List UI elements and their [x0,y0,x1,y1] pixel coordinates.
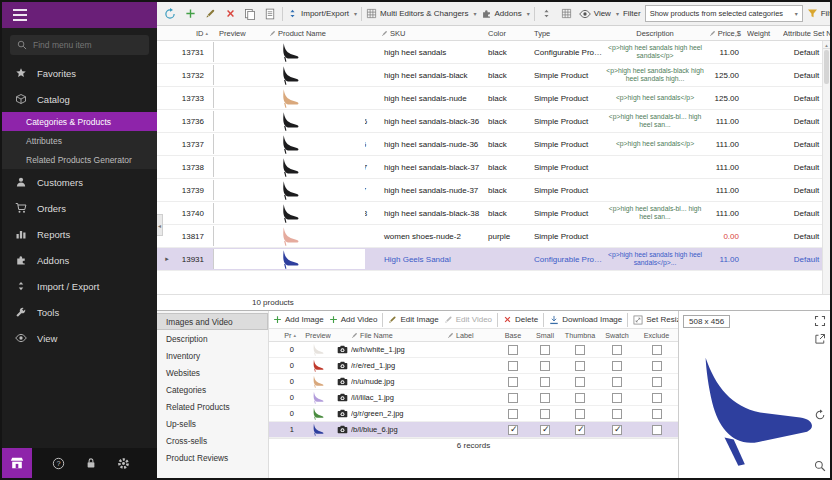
exclude-checkbox[interactable] [652,409,662,419]
small-checkbox[interactable] [540,361,550,371]
product-row[interactable]: 13737 high heel sandals-nude-36 high hee… [157,133,830,156]
settings-button[interactable] [117,457,130,470]
addons-menu[interactable]: Addons▾ [481,8,530,19]
filters-button[interactable]: Filters▾ [807,8,830,19]
base-checkbox[interactable] [508,377,518,387]
edit-product-button[interactable] [202,6,218,22]
thumbnail-checkbox[interactable] [575,345,585,355]
category-filter-select[interactable]: Show products from selected categories▾ [645,5,803,22]
menu-search-input[interactable] [33,40,133,50]
sidebar-item-view[interactable]: View [2,325,157,351]
image-row[interactable]: 1 /b/l/blue_6.jpg [269,422,678,438]
delete-image-button[interactable]: Delete [503,315,538,324]
image-row[interactable]: 0 /w/h/white_1.jpg [269,342,678,358]
column-header-small[interactable]: Small [529,331,561,340]
swatch-checkbox[interactable] [612,361,622,371]
product-row[interactable]: 13739 high heel sandals-nude-37 high hee… [157,179,830,202]
swatch-checkbox[interactable] [612,377,622,387]
column-header-price[interactable]: Price,$ [705,29,747,38]
base-checkbox[interactable] [508,345,518,355]
column-header-base[interactable]: Base [497,331,529,340]
refresh-button[interactable] [162,6,178,22]
column-header-weight[interactable]: Weight [747,29,783,38]
view-menu[interactable]: View▾ [579,8,619,20]
image-row[interactable]: 0 /g/r/green_2.jpg [269,406,678,422]
edit-video-button[interactable]: Edit Video [444,315,492,324]
thumbnail-checkbox[interactable] [575,393,585,403]
column-header-position[interactable]: Pr▴ [281,331,299,340]
exclude-checkbox[interactable] [652,345,662,355]
small-checkbox[interactable] [540,425,550,435]
column-header-file-name[interactable]: File Name [351,331,447,340]
thumbnail-checkbox[interactable] [575,361,585,371]
import-export-menu[interactable]: Import/Export▾ [287,8,357,19]
small-checkbox[interactable] [540,409,550,419]
image-row[interactable]: 0 /l/i/lilac_1.jpg [269,390,678,406]
tab-websites[interactable]: Websites [157,364,268,381]
swatch-checkbox[interactable] [612,345,622,355]
copy-button[interactable] [242,6,258,22]
sidebar-item-orders[interactable]: Orders [2,195,157,221]
panel-collapse-handle[interactable]: ◂ [157,214,163,236]
tab-cross-sells[interactable]: Cross-sells [157,432,268,449]
thumbnail-checkbox[interactable] [575,377,585,387]
product-row[interactable]: 13732 high heel sandals-black high heel … [157,64,830,87]
tab-categories[interactable]: Categories [157,381,268,398]
sidebar-subitem-categories-products[interactable]: Categories & Products [2,112,157,131]
tab-images-and-video[interactable]: Images and Video [157,313,268,330]
add-video-button[interactable]: Add Video [329,315,378,324]
exclude-checkbox[interactable] [652,377,662,387]
column-settings-button[interactable] [559,6,575,22]
column-header-type[interactable]: Type [531,29,605,38]
column-header-description[interactable]: Description [605,29,705,38]
column-header-product-name[interactable]: Product Name [269,29,381,38]
product-row[interactable]: 13731 high heel sandals high heel sandal… [157,41,830,64]
thumbnail-checkbox[interactable] [575,425,585,435]
tab-description[interactable]: Description [157,330,268,347]
column-header-image-preview[interactable]: Preview [299,331,337,340]
base-checkbox[interactable] [508,361,518,371]
sidebar-item-favorites[interactable]: Favorites [2,60,157,86]
column-header-swatch[interactable]: Swatch [599,331,635,340]
grid-scrollbar[interactable]: ▴ [822,41,830,294]
sidebar-item-catalog[interactable]: Catalog [2,86,157,112]
help-button[interactable] [52,457,65,470]
store-button[interactable] [2,448,32,478]
product-row[interactable]: 13733 high heel sandals-nude high heel s… [157,87,830,110]
sidebar-item-tools[interactable]: Tools [2,299,157,325]
small-checkbox[interactable] [540,393,550,403]
tab-inventory[interactable]: Inventory [157,347,268,364]
delete-product-button[interactable] [222,6,238,22]
download-image-button[interactable]: Download Image [549,315,622,325]
column-header-color[interactable]: Color [485,29,531,38]
product-row[interactable]: ▸ 13931 new High Heels Sandals High Geel… [157,248,830,271]
expand-all-button[interactable] [539,6,555,22]
sidebar-item-addons[interactable]: Addons [2,247,157,273]
tab-up-sells[interactable]: Up-sells [157,415,268,432]
swatch-checkbox[interactable] [612,409,622,419]
thumbnail-checkbox[interactable] [575,409,585,419]
base-checkbox[interactable] [508,393,518,403]
column-header-thumbnail[interactable]: Thumbna [561,331,599,340]
hamburger-menu-icon[interactable] [13,14,27,16]
column-header-exclude[interactable]: Exclude [635,331,678,340]
scrollbar-thumb[interactable] [824,50,829,84]
sidebar-subitem-attributes[interactable]: Attributes [2,131,157,150]
lock-button[interactable] [85,457,97,469]
sidebar-subitem-related-products-generator[interactable]: Related Products Generator [2,150,157,169]
multi-editors-menu[interactable]: Multi Editors & Changers▾ [366,8,477,19]
base-checkbox[interactable] [508,409,518,419]
product-row[interactable]: 13738 high heel sandals-black-37 high he… [157,156,830,179]
sidebar-item-reports[interactable]: Reports [2,221,157,247]
swatch-checkbox[interactable] [612,425,622,435]
paste-button[interactable] [262,6,278,22]
column-header-label[interactable]: Label [447,331,497,340]
column-header-id[interactable]: ID▴ [177,29,213,38]
base-checkbox[interactable] [508,425,518,435]
tab-product-reviews[interactable]: Product Reviews [157,449,268,466]
product-row[interactable]: 13817 women shoes-nude women shoes-nude-… [157,225,830,248]
sidebar-item-import-export[interactable]: Import / Export [2,273,157,299]
column-header-attribute-set[interactable]: Attribute Set Name [783,29,830,38]
set-resize-rule-button[interactable]: Set Resize Rule▾ [633,315,678,325]
add-product-button[interactable] [182,6,198,22]
